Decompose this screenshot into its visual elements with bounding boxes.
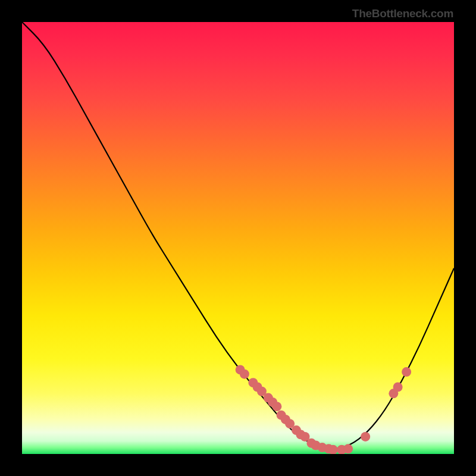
chart-container: TheBottleneck.com: [0, 0, 476, 476]
data-marker: [402, 367, 411, 377]
data-marker: [343, 444, 353, 453]
data-marker: [328, 445, 338, 454]
bottleneck-curve: [22, 22, 454, 449]
data-marker: [393, 382, 403, 392]
plot-area: [22, 22, 454, 454]
data-marker: [240, 369, 249, 379]
data-marker: [272, 402, 281, 411]
brand-watermark: TheBottleneck.com: [352, 7, 453, 20]
chart-overlay: [22, 22, 454, 454]
data-marker: [361, 432, 370, 441]
